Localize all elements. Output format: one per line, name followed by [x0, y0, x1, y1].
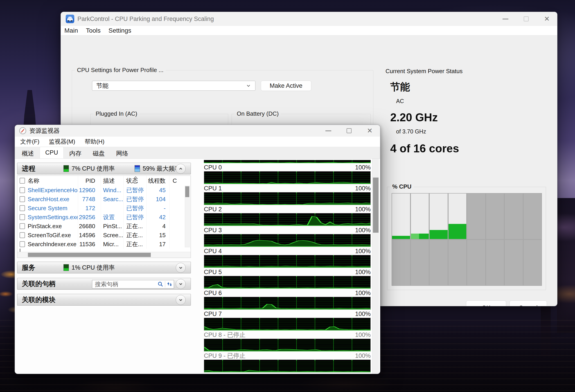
divider [165, 281, 165, 287]
cpu-graph-module-7: CPU 7 100% [204, 310, 371, 331]
parkcontrol-titlebar[interactable]: ParkControl - CPU Parking and Frequency … [61, 12, 557, 26]
process-table-header[interactable]: 名称 PID 描述 状态 线程数 C [17, 176, 191, 186]
chevron-down-icon [178, 265, 183, 270]
cpu-usage-graph [204, 213, 371, 226]
core-bar-0 [392, 193, 410, 239]
parkcontrol-menu-settings[interactable]: Settings [108, 27, 132, 34]
process-row[interactable]: ScreenToGif.exe 14596 Scree... 正在... 15 [17, 231, 191, 240]
cpu-graph-scale: 100% [355, 248, 371, 255]
cpu-graph-label: CPU 5 [204, 269, 222, 276]
chevron-up-icon [178, 166, 183, 171]
cpu-graph-scale: 100% [355, 331, 371, 338]
modules-title: 关联的模块 [22, 295, 56, 304]
col-desc: 描述 [101, 176, 123, 186]
refresh-icon[interactable] [167, 281, 173, 287]
process-row[interactable]: SearchIndexer.exe 11536 Micr... 正在... 17 [17, 240, 191, 249]
parkcontrol-menu-tools[interactable]: Tools [86, 27, 101, 34]
processes-collapse-button[interactable] [176, 164, 186, 174]
handles-expand-button[interactable] [176, 279, 186, 289]
cpu-graph-label: CPU 8 - 已停止 [204, 331, 245, 339]
tab-磁盘[interactable]: 磁盘 [87, 149, 111, 159]
power-profile-select[interactable]: 节能 [92, 81, 255, 91]
core-bar-2 [430, 193, 448, 239]
services-section-header[interactable]: 服务 1% CPU 使用率 [17, 262, 191, 273]
process-vertical-scrollbar[interactable] [185, 186, 190, 247]
tab-CPU[interactable]: CPU [40, 147, 64, 159]
cpu-usage-graph [204, 360, 371, 372]
tab-网络[interactable]: 网络 [111, 149, 134, 159]
col-status: 状态 [123, 176, 147, 186]
resmon-maximize-button[interactable] [339, 125, 359, 137]
core-bar-6 [505, 193, 523, 239]
services-cpu-swatch-icon [64, 264, 69, 271]
services-expand-button[interactable] [176, 263, 186, 273]
parkcontrol-menu-main[interactable]: Main [64, 27, 78, 34]
city-buildings [557, 198, 575, 333]
process-row[interactable]: Secure System 172 已暂停 - [17, 204, 191, 213]
core-bar-15 [524, 240, 542, 285]
resmon-menu-item[interactable]: 帮助(H) [85, 138, 104, 146]
parkcontrol-title: ParkControl - CPU Parking and Frequency … [77, 16, 214, 23]
core-bar-12 [467, 240, 485, 285]
resmon-content: 进程 7% CPU 使用率 59% 最大频率 名称 PID 描述 状态 线程数 … [15, 159, 380, 374]
handle-search-input[interactable]: 搜索句柄 [92, 280, 174, 288]
cpu-graph-scale: 100% [355, 164, 371, 171]
modules-expand-button[interactable] [176, 295, 186, 305]
max-freq-metric: 59% 最大频率 [143, 164, 181, 173]
process-row[interactable]: PinStack.exe 26680 PinSt... 正在... 4 [17, 222, 191, 231]
cpu-graph-scale: 100% [355, 206, 371, 213]
cpu-graph-label: CPU 9 - 已停止 [204, 352, 245, 360]
row-checkbox[interactable] [20, 196, 25, 202]
cpu-graph-label: CPU 2 [204, 206, 222, 213]
modules-section-header[interactable]: 关联的模块 [17, 294, 191, 306]
row-checkbox[interactable] [20, 223, 25, 229]
max-frequency-value: of 3.70 GHz [396, 128, 426, 135]
cpu-graph-module-4: CPU 4 100% [204, 247, 371, 268]
tab-内存[interactable]: 内存 [64, 149, 87, 159]
process-row[interactable]: ShellExperienceHos... 12960 Wind... 已暂停 … [17, 186, 191, 195]
process-row[interactable]: SearchHost.exe 7748 Searc... 已暂停 104 [17, 195, 191, 204]
cancel-button[interactable]: Cancel [509, 300, 547, 306]
current-frequency-value: 2.20 GHz [390, 111, 438, 124]
cpu-core-chart-title: % CPU [390, 183, 414, 190]
resmon-menu-item[interactable]: 监视器(M) [49, 138, 75, 146]
process-table: 名称 PID 描述 状态 线程数 C ShellExperienceHos...… [17, 176, 191, 258]
resmon-titlebar[interactable]: 资源监视器 ✕ [15, 125, 380, 137]
resmon-menubar: 文件(F)监视器(M)帮助(H) [15, 137, 380, 147]
row-checkbox[interactable] [20, 205, 25, 211]
cpu-graph-scale: 100% [355, 290, 371, 297]
process-row[interactable]: SystemSettings.exe 29256 设置 已暂停 42 [17, 213, 191, 222]
dc-group-title: On Battery (DC) [235, 110, 281, 117]
search-icon[interactable] [157, 281, 164, 287]
row-checkbox[interactable] [20, 241, 25, 247]
resmon-menu-item[interactable]: 文件(F) [20, 138, 39, 146]
resmon-minimize-button[interactable] [318, 125, 339, 137]
row-checkbox[interactable] [20, 187, 25, 193]
make-active-button[interactable]: Make Active [261, 81, 311, 91]
parkcontrol-minimize-button[interactable] [495, 13, 516, 25]
cpu-graph-label: CPU 1 [204, 185, 222, 192]
ok-button[interactable]: OK [466, 300, 506, 306]
resmon-close-button[interactable]: ✕ [359, 125, 380, 137]
parkcontrol-close-button[interactable]: ✕ [536, 13, 557, 25]
cpu-core-chart-group: % CPU [387, 187, 546, 290]
row-checkbox[interactable] [20, 214, 25, 220]
power-profile-selected: 节能 [96, 82, 108, 90]
unparked-cores-value: 4 of 16 cores [390, 142, 459, 155]
cpu-graph-module-6: CPU 6 100% [204, 289, 371, 310]
handles-section-header[interactable]: 关联的句柄 搜索句柄 [17, 278, 191, 290]
core-bar-9 [411, 240, 429, 285]
process-horizontal-scrollbar[interactable] [17, 252, 191, 258]
processes-section-header[interactable]: 进程 7% CPU 使用率 59% 最大频率 [17, 163, 191, 174]
row-checkbox[interactable] [20, 232, 25, 238]
graphs-scrollbar[interactable] [372, 159, 379, 374]
select-all-checkbox[interactable] [20, 178, 25, 184]
processes-title: 进程 [22, 164, 35, 173]
cpu-graph-module-5: CPU 5 100% [204, 268, 371, 289]
power-status-heading: Current System Power Status [385, 68, 462, 75]
power-source-value: AC [396, 98, 404, 104]
tab-概述[interactable]: 概述 [16, 149, 40, 159]
parkcontrol-maximize-button[interactable] [516, 13, 536, 25]
cpu-graph-module-0: CPU 0 100% [204, 163, 371, 184]
cpu-graph-label: CPU 7 [204, 311, 222, 318]
